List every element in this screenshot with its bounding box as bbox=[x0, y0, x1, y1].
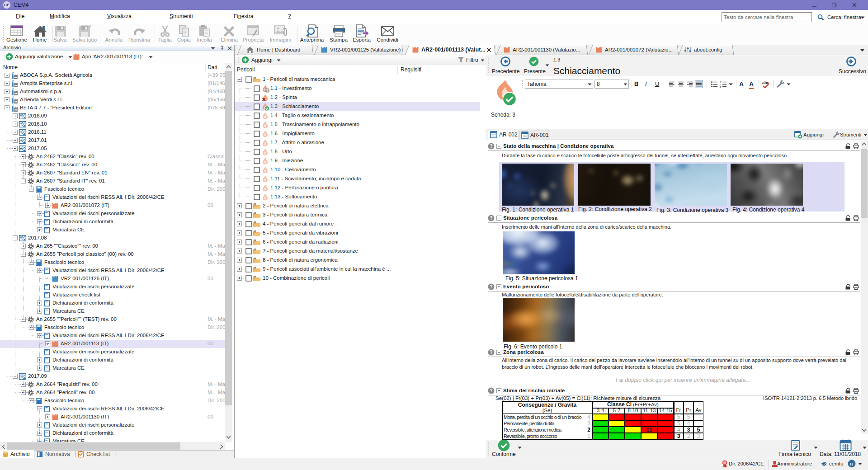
svg-text:?: ? bbox=[266, 88, 268, 93]
svg-text:?: ? bbox=[490, 216, 492, 221]
svg-text:3: 3 bbox=[720, 85, 721, 88]
svg-text:?: ? bbox=[490, 144, 492, 149]
svg-text:IT: IT bbox=[850, 462, 854, 466]
svg-text:?: ? bbox=[490, 388, 492, 393]
svg-text:?: ? bbox=[490, 284, 492, 289]
svg-text:CE: CE bbox=[4, 3, 9, 7]
svg-text:?: ? bbox=[490, 350, 492, 355]
